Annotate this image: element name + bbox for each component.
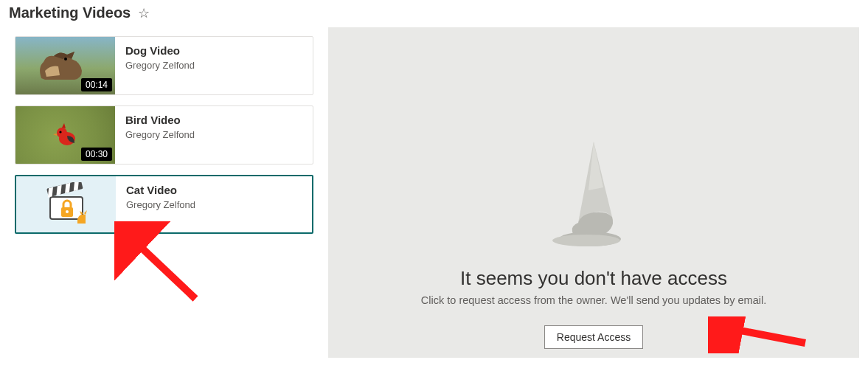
video-card-body: Bird Video Gregory Zelfond [115, 106, 205, 164]
access-denied-title: It seems you don't have access [460, 267, 727, 290]
page-header: Marketing Videos ☆ [0, 0, 868, 27]
svg-point-0 [64, 58, 67, 60]
svg-point-14 [552, 235, 620, 246]
request-access-button[interactable]: Request Access [544, 325, 643, 349]
locked-clapper-icon [37, 182, 96, 226]
favorite-star-icon[interactable]: ☆ [138, 5, 150, 21]
video-title: Cat Video [126, 184, 195, 196]
video-card-selected[interactable]: Cat Video Gregory Zelfond [15, 175, 313, 234]
video-duration: 00:14 [81, 78, 112, 91]
video-title: Dog Video [125, 44, 195, 57]
video-author: Gregory Zelfond [126, 199, 195, 210]
svg-line-15 [721, 327, 805, 343]
page-title: Marketing Videos [9, 4, 131, 21]
svg-line-12 [128, 235, 195, 299]
access-denied-panel: It seems you don't have access Click to … [328, 27, 859, 358]
video-card-body: Dog Video Gregory Zelfond [115, 37, 205, 94]
svg-point-2 [57, 128, 67, 138]
access-denied-subtitle: Click to request access from the owner. … [421, 294, 766, 306]
video-thumbnail: 00:14 [15, 37, 115, 94]
video-author: Gregory Zelfond [125, 129, 195, 140]
video-card[interactable]: 00:30 Bird Video Gregory Zelfond [15, 105, 313, 165]
svg-point-3 [59, 131, 61, 133]
video-duration: 00:30 [81, 148, 112, 161]
annotation-arrow-icon [114, 221, 210, 310]
video-card[interactable]: 00:14 Dog Video Gregory Zelfond [15, 36, 313, 95]
svg-point-11 [66, 210, 69, 213]
video-list-panel: 00:14 Dog Video Gregory Zelfond 00:30 [9, 27, 319, 358]
locked-thumbnail [16, 176, 116, 232]
video-thumbnail: 00:30 [15, 106, 115, 164]
video-title: Bird Video [125, 114, 195, 126]
video-author: Gregory Zelfond [125, 60, 195, 71]
video-card-body: Cat Video Gregory Zelfond [116, 176, 206, 232]
content-area: 00:14 Dog Video Gregory Zelfond 00:30 [0, 27, 868, 367]
annotation-arrow-icon [708, 316, 811, 353]
bird-image-icon [52, 121, 82, 150]
fallen-cone-icon [546, 136, 642, 257]
